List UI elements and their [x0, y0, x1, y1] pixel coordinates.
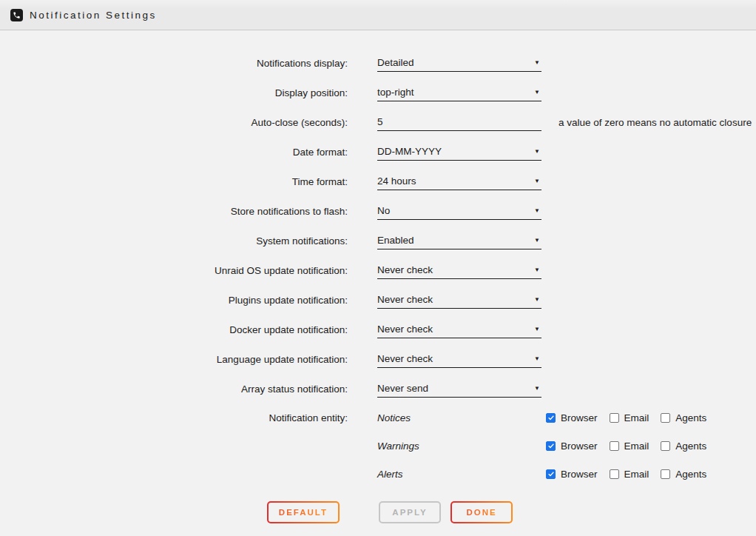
array-status-notification-select[interactable]: Never send▼ [377, 380, 541, 398]
date-format-select[interactable]: DD-MM-YYYY▼ [377, 143, 541, 161]
select-value: 24 hours [377, 175, 416, 187]
field-control: No▼ [377, 202, 541, 220]
field-control: Never check▼ [377, 321, 541, 338]
warnings-browser-checkbox[interactable]: Browser [546, 440, 598, 452]
unraid-os-update-notification-select[interactable]: Never check▼ [377, 261, 541, 279]
field-note: a value of zero means no automatic closu… [558, 117, 752, 128]
field-label: System notifications: [0, 235, 348, 247]
chevron-down-icon: ▼ [534, 296, 541, 303]
apply-button[interactable]: APPLY [379, 501, 441, 523]
default-button[interactable]: DEFAULT [267, 501, 340, 523]
checkbox-label: Browser [561, 469, 598, 480]
field-control: Detailed▼ [377, 54, 541, 72]
select-value: Never check [377, 294, 433, 305]
warnings-agents-checkbox[interactable]: Agents [661, 440, 706, 452]
page-title: Notification Settings [30, 10, 157, 21]
checkbox-label: Agents [675, 440, 706, 452]
checkbox-label: Browser [561, 412, 598, 423]
system-notifications-select[interactable]: Enabled▼ [377, 232, 541, 249]
chevron-down-icon: ▼ [534, 207, 541, 214]
checkbox-unchecked-icon [661, 469, 670, 479]
field-label: Language update notification: [0, 354, 348, 365]
display-position-select[interactable]: top-right▼ [377, 84, 541, 101]
warnings-email-checkbox[interactable]: Email [610, 440, 649, 452]
form-row-language-update-notification: Language update notification:Never check… [0, 344, 756, 374]
auto-close-seconds-input[interactable] [377, 113, 541, 131]
form-row-date-format: Date format:DD-MM-YYYY▼ [0, 137, 756, 167]
notifications-display-select[interactable]: Detailed▼ [377, 54, 541, 72]
form-row-display-position: Display position:top-right▼ [0, 78, 756, 107]
chevron-down-icon: ▼ [534, 385, 541, 392]
form-row-array-status-notification: Array status notification:Never send▼ [0, 374, 756, 403]
select-value: Detailed [377, 57, 414, 68]
checkbox-label: Email [624, 440, 649, 452]
entity-row-warnings: WarningsBrowserEmailAgents [0, 432, 756, 460]
field-control: Never check▼ [377, 261, 541, 279]
settings-form: Notifications display:Detailed▼Display p… [0, 30, 756, 523]
checkbox-unchecked-icon [610, 413, 619, 423]
chevron-down-icon: ▼ [534, 148, 541, 155]
page-header: Notification Settings [0, 0, 756, 30]
checkbox-label: Agents [675, 412, 706, 423]
chevron-down-icon: ▼ [534, 267, 541, 273]
field-control: 24 hours▼ [377, 172, 541, 190]
entity-row-notices: Notification entity:NoticesBrowserEmailA… [0, 403, 756, 432]
plugins-update-notification-select[interactable]: Never check▼ [377, 291, 541, 309]
button-row-left: DEFAULT [0, 501, 348, 523]
alerts-agents-checkbox[interactable]: Agents [661, 469, 706, 480]
chevron-down-icon: ▼ [534, 355, 541, 362]
field-label: Plugins update notification: [0, 295, 348, 306]
notification-entity-section: Notification entity:NoticesBrowserEmailA… [0, 403, 756, 488]
form-row-docker-update-notification: Docker update notification:Never check▼ [0, 315, 756, 344]
form-row-plugins-update-notification: Plugins update notification:Never check▼ [0, 285, 756, 315]
done-button[interactable]: DONE [450, 501, 513, 523]
chevron-down-icon: ▼ [534, 178, 541, 184]
entity-name: Warnings [377, 440, 546, 452]
button-label: DEFAULT [279, 508, 328, 517]
checkbox-unchecked-icon [661, 413, 670, 423]
form-row-time-format: Time format:24 hours▼ [0, 167, 756, 196]
field-control [377, 113, 541, 131]
entity-name: Notices [377, 412, 546, 423]
select-value: Never check [377, 353, 433, 364]
notification-settings-page: Notification Settings Notifications disp… [0, 0, 756, 536]
field-control: Enabled▼ [377, 232, 541, 249]
form-row-auto-close-seconds: Auto-close (seconds):a value of zero mea… [0, 107, 756, 137]
checkbox-groups: BrowserEmailAgents [546, 469, 718, 480]
alerts-browser-checkbox[interactable]: Browser [546, 469, 598, 480]
language-update-notification-select[interactable]: Never check▼ [377, 350, 541, 368]
field-label: Docker update notification: [0, 324, 348, 335]
alerts-email-checkbox[interactable]: Email [610, 469, 649, 480]
checkbox-label: Email [624, 412, 649, 423]
notices-agents-checkbox[interactable]: Agents [661, 412, 706, 423]
chevron-down-icon: ▼ [534, 237, 541, 244]
button-row-right: APPLYDONE [379, 501, 513, 523]
checkbox-checked-icon [546, 441, 556, 451]
checkbox-groups: BrowserEmailAgents [546, 412, 718, 423]
field-control: DD-MM-YYYY▼ [377, 143, 541, 161]
checkbox-label: Agents [675, 469, 706, 480]
docker-update-notification-select[interactable]: Never check▼ [377, 321, 541, 338]
chevron-down-icon: ▼ [534, 89, 541, 96]
checkbox-label: Browser [561, 440, 598, 452]
entity-name: Alerts [377, 469, 546, 480]
checkbox-unchecked-icon [661, 441, 670, 451]
chevron-down-icon: ▼ [534, 326, 541, 332]
time-format-select[interactable]: 24 hours▼ [377, 172, 541, 190]
checkbox-groups: BrowserEmailAgents [546, 440, 718, 452]
field-control: Never send▼ [377, 380, 541, 398]
notices-email-checkbox[interactable]: Email [610, 412, 649, 423]
select-value: Never check [377, 264, 433, 275]
notices-browser-checkbox[interactable]: Browser [546, 412, 598, 423]
checkbox-checked-icon [546, 413, 556, 423]
entity-row-alerts: AlertsBrowserEmailAgents [0, 460, 756, 488]
select-value: Enabled [377, 235, 414, 246]
button-row: DEFAULT APPLYDONE [0, 501, 756, 523]
form-row-unraid-os-update-notification: Unraid OS update notification:Never chec… [0, 255, 756, 285]
store-notifications-to-flash-select[interactable]: No▼ [377, 202, 541, 220]
field-label: Unraid OS update notification: [0, 265, 348, 276]
field-label: Date format: [0, 147, 348, 158]
field-label: Auto-close (seconds): [0, 117, 348, 128]
field-label: Notifications display: [0, 58, 348, 69]
form-row-notifications-display: Notifications display:Detailed▼ [0, 48, 756, 78]
